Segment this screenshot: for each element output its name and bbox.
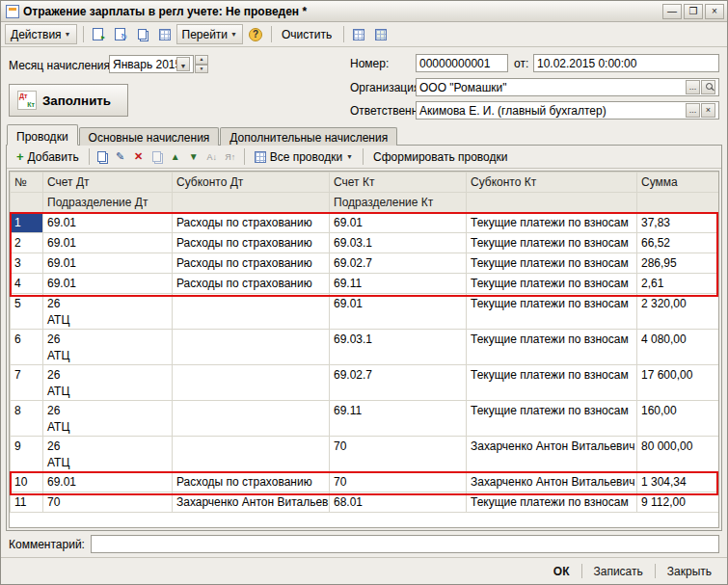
responsible-field[interactable]: Акимова Е. И. (главный бухгалтер) ... × — [416, 101, 719, 120]
row-number-cell[interactable]: 6 — [11, 330, 43, 365]
row-number-cell[interactable]: 3 — [11, 253, 43, 274]
credit-subconto-cell[interactable]: Текущие платежи по взносам — [467, 401, 637, 437]
debit-account-cell[interactable]: 70 — [43, 492, 173, 513]
credit-subconto-cell[interactable]: Захарченко Антон Витальевич — [467, 472, 637, 492]
responsible-select-button[interactable]: ... — [686, 103, 700, 118]
row-number-cell[interactable]: 10 — [11, 472, 43, 492]
tab-postings[interactable]: Проводки — [7, 124, 78, 146]
reread-button[interactable]: ↻ — [110, 24, 131, 44]
form-postings-button[interactable]: Сформировать проводки — [367, 147, 513, 167]
post-document-button[interactable]: ▸ — [88, 24, 109, 44]
sum-cell[interactable]: 17 600,00 — [637, 365, 720, 401]
credit-subconto-cell[interactable]: Текущие платежи по взносам — [467, 274, 637, 294]
month-spinner[interactable]: ▲ ▼ — [195, 55, 208, 73]
goto-menu-button[interactable]: Перейти ▼ — [176, 24, 244, 44]
list-settings-button[interactable] — [348, 24, 369, 44]
row-number-cell[interactable]: 2 — [11, 233, 43, 253]
ok-button[interactable]: ОК — [548, 563, 576, 580]
credit-account-cell[interactable]: 69.11 — [330, 274, 467, 294]
credit-account-cell[interactable]: 69.02.7 — [330, 365, 467, 401]
row-number-cell[interactable]: 1 — [11, 213, 43, 233]
row-number-cell[interactable]: 11 — [11, 492, 43, 513]
col-header-credit-subdivision[interactable]: Подразделение Кт — [330, 193, 467, 213]
debit-account-cell[interactable]: 26АТЦ — [43, 294, 173, 330]
table-row[interactable]: 1069.01Расходы по страхованию70Захарченк… — [11, 472, 720, 492]
credit-subconto-cell[interactable]: Текущие платежи по взносам — [467, 253, 637, 274]
spin-up-icon[interactable]: ▲ — [195, 55, 208, 65]
row-number-cell[interactable]: 5 — [11, 294, 43, 330]
organization-select-button[interactable]: ... — [686, 80, 700, 94]
sum-cell[interactable]: 4 080,00 — [637, 330, 720, 365]
all-postings-menu-button[interactable]: Все проводки ▼ — [249, 147, 359, 167]
sum-cell[interactable]: 37,83 — [637, 213, 720, 233]
table-row[interactable]: 1170Захарченко Антон Витальевич68.01Теку… — [11, 492, 720, 513]
form-settings-button[interactable] — [370, 24, 391, 44]
debit-subconto-cell[interactable] — [173, 294, 330, 330]
table-row[interactable]: 369.01Расходы по страхованию69.02.7Текущ… — [11, 253, 720, 274]
credit-subconto-cell[interactable]: Текущие платежи по взносам — [467, 365, 637, 401]
table-row[interactable]: 626АТЦ69.03.1Текущие платежи по взносам4… — [11, 330, 720, 365]
dtkt-postings-button[interactable] — [154, 24, 175, 44]
credit-account-cell[interactable]: 69.03.1 — [330, 330, 467, 365]
debit-account-cell[interactable]: 69.01 — [43, 253, 173, 274]
sum-cell[interactable]: 2,61 — [637, 274, 720, 294]
credit-subconto-cell[interactable]: Текущие платежи по взносам — [467, 233, 637, 253]
col-header-num[interactable]: № — [11, 173, 43, 193]
credit-subconto-cell[interactable]: Текущие платежи по взносам — [467, 213, 637, 233]
move-up-button[interactable]: ▲ — [167, 148, 184, 166]
col-header-sum[interactable]: Сумма — [637, 173, 720, 193]
tab-additional-accruals[interactable]: Дополнительные начисления — [220, 127, 397, 146]
credit-account-cell[interactable]: 69.03.1 — [330, 233, 467, 253]
table-row[interactable]: 169.01Расходы по страхованию69.01Текущие… — [11, 213, 720, 233]
maximize-button[interactable]: ❐ — [684, 4, 703, 19]
copy-row-button[interactable] — [94, 148, 111, 166]
col-header-debit-account[interactable]: Счет Дт — [43, 173, 173, 193]
finish-edit-button[interactable] — [148, 148, 166, 166]
clear-button[interactable]: Очистить — [276, 24, 337, 44]
minimize-button[interactable]: — — [662, 4, 682, 19]
save-button[interactable]: Записать — [588, 563, 649, 580]
debit-account-cell[interactable]: 26АТЦ — [43, 437, 173, 472]
actions-menu-button[interactable]: Действия ▼ — [5, 24, 77, 44]
credit-account-cell[interactable]: 68.01 — [330, 492, 467, 513]
spin-down-icon[interactable]: ▼ — [195, 65, 208, 74]
debit-account-cell[interactable]: 26АТЦ — [43, 401, 173, 437]
debit-subconto-cell[interactable] — [173, 401, 330, 437]
debit-subconto-cell[interactable]: Расходы по страхованию — [173, 233, 330, 253]
col-header-debit-subconto[interactable]: Субконто Дт — [173, 173, 330, 193]
debit-account-cell[interactable]: 26АТЦ — [43, 330, 173, 365]
responsible-clear-button[interactable]: × — [701, 103, 715, 118]
credit-subconto-cell[interactable]: Захарченко Антон Витальевич — [467, 437, 637, 472]
copy-document-button[interactable] — [132, 24, 153, 44]
close-button[interactable]: × — [705, 4, 724, 19]
table-row[interactable]: 926АТЦ70Захарченко Антон Витальевич80 00… — [11, 437, 720, 472]
table-row[interactable]: 469.01Расходы по страхованию69.11Текущие… — [11, 274, 720, 294]
sum-cell[interactable]: 9 112,00 — [637, 492, 720, 513]
add-row-button[interactable]: + Добавить — [11, 147, 85, 167]
table-row[interactable]: 826АТЦ69.11Текущие платежи по взносам160… — [11, 401, 720, 437]
debit-subconto-cell[interactable] — [173, 330, 330, 365]
debit-subconto-cell[interactable]: Расходы по страхованию — [173, 472, 330, 492]
credit-subconto-cell[interactable]: Текущие платежи по взносам — [467, 330, 637, 365]
row-number-cell[interactable]: 4 — [11, 274, 43, 294]
table-row[interactable]: 726АТЦ69.02.7Текущие платежи по взносам1… — [11, 365, 720, 401]
debit-account-cell[interactable]: 26АТЦ — [43, 365, 173, 401]
help-button[interactable]: ? — [245, 24, 266, 44]
debit-subconto-cell[interactable]: Захарченко Антон Витальевич — [173, 492, 330, 513]
debit-subconto-cell[interactable] — [173, 437, 330, 472]
debit-account-cell[interactable]: 69.01 — [43, 213, 173, 233]
table-row[interactable]: 526АТЦ69.01Текущие платежи по взносам2 3… — [11, 294, 720, 330]
col-header-debit-subdivision[interactable]: Подразделение Дт — [43, 193, 173, 213]
debit-subconto-cell[interactable] — [173, 365, 330, 401]
row-number-cell[interactable]: 7 — [11, 365, 43, 401]
credit-account-cell[interactable]: 69.01 — [330, 213, 467, 233]
fill-button[interactable]: Дт Кт Заполнить — [9, 84, 128, 117]
credit-account-cell[interactable]: 70 — [330, 437, 467, 472]
debit-subconto-cell[interactable]: Расходы по страхованию — [173, 213, 330, 233]
credit-subconto-cell[interactable]: Текущие платежи по взносам — [467, 492, 637, 513]
credit-account-cell[interactable]: 69.11 — [330, 401, 467, 437]
debit-account-cell[interactable]: 69.01 — [43, 233, 173, 253]
titlebar[interactable]: Отражение зарплаты в регл учете: Не пров… — [1, 1, 727, 22]
month-dropdown-button[interactable]: ▼ — [176, 57, 190, 71]
comment-input[interactable] — [91, 535, 719, 553]
